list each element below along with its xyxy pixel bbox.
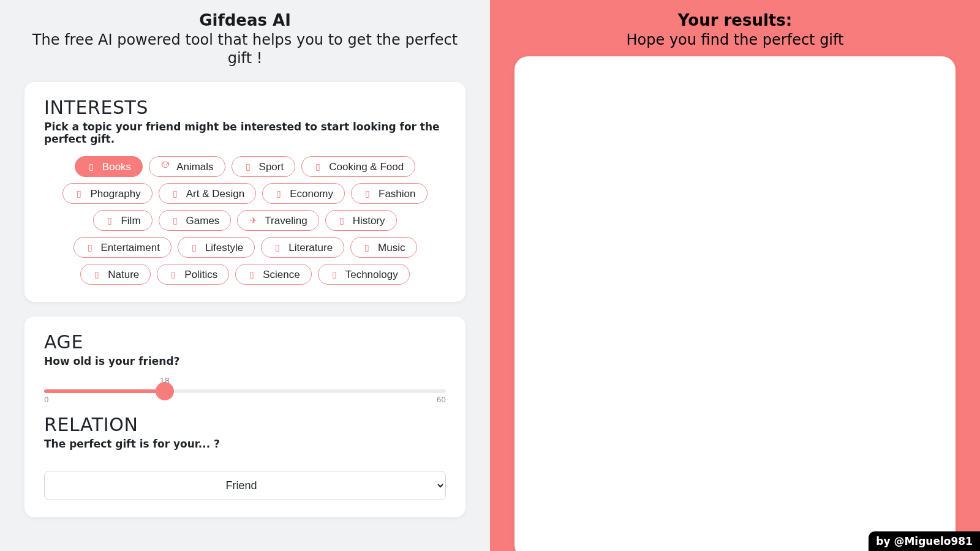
interest-chip-label: Entertaiment (101, 242, 160, 253)
age-slider-max: 60 (437, 395, 446, 404)
results-subtitle: Hope you find the perfect gift (514, 31, 956, 49)
svg-point-1 (167, 165, 167, 165)
relation-title: RELATION (44, 414, 446, 435)
interest-chip-label: Books (102, 162, 131, 172)
interest-chip-nature[interactable]: ▯Nature (80, 264, 151, 285)
age-title: AGE (44, 331, 446, 353)
books-icon: ▯ (86, 162, 96, 171)
interest-chip-label: Fashion (379, 189, 415, 199)
age-slider-track (44, 389, 446, 393)
fashion-icon: ▯ (363, 189, 372, 198)
interest-chip-label: Traveling (265, 216, 307, 226)
interest-chip-label: Art & Design (186, 189, 244, 199)
interest-chip-art-design[interactable]: ▯Art & Design (159, 183, 256, 204)
app-title: Gifdeas AI (24, 11, 466, 29)
nature-icon: ▯ (92, 270, 102, 279)
age-subtitle: How old is your friend? (44, 355, 446, 367)
credit-badge[interactable]: by @Miguelo981 (869, 531, 980, 551)
age-slider-thumb[interactable] (156, 382, 174, 400)
interest-chip-politics[interactable]: ▯Politics (157, 264, 229, 285)
interest-chip-books[interactable]: ▯Books (75, 156, 143, 177)
animals-icon (160, 161, 170, 172)
politics-icon: ▯ (168, 270, 178, 279)
svg-point-0 (164, 165, 165, 165)
age-slider-min: 0 (44, 395, 49, 404)
interest-chip-label: Cooking & Food (329, 162, 404, 172)
interest-chip-label: Technology (345, 269, 398, 280)
interest-chip-label: History (353, 216, 385, 226)
traveling-icon: ✈ (249, 216, 258, 225)
film-icon: ▯ (105, 216, 115, 225)
interest-chip-literature[interactable]: ▯Literature (261, 237, 344, 258)
interest-chip-label: Economy (290, 189, 333, 199)
cooking-icon: ▯ (313, 162, 323, 171)
interest-chip-label: Music (378, 242, 405, 253)
interest-chip-traveling[interactable]: ✈Traveling (237, 210, 318, 231)
relation-select[interactable]: Friend (44, 471, 446, 500)
sport-icon: ▯ (243, 162, 253, 171)
interest-chip-label: Literature (288, 242, 333, 253)
interest-chip-cooking-food[interactable]: ▯Cooking & Food (301, 156, 415, 177)
interest-chip-music[interactable]: ▯Music (350, 237, 417, 258)
entertainment-icon: ▯ (85, 243, 95, 252)
age-slider[interactable]: 18 0 60 (44, 378, 446, 393)
interest-chip-history[interactable]: ▯History (325, 210, 397, 231)
interests-title: INTERESTS (44, 97, 446, 118)
interests-subtitle: Pick a topic your friend might be intere… (44, 121, 446, 145)
credit-label: by @Miguelo981 (876, 535, 973, 547)
interest-chip-label: Politics (184, 269, 217, 280)
interest-chip-film[interactable]: ▯Film (93, 210, 152, 231)
interest-chip-label: Science (263, 269, 300, 280)
results-header: Your results: Hope you find the perfect … (514, 11, 956, 49)
age-slider-fill (44, 389, 165, 393)
interest-chip-games[interactable]: ▯Games (159, 210, 232, 231)
interest-chip-sport[interactable]: ▯Sport (232, 156, 296, 177)
left-pane: Gifdeas AI The free AI powered tool that… (0, 0, 490, 551)
results-card (514, 56, 956, 551)
interest-chip-animals[interactable]: Animals (149, 156, 225, 177)
literature-icon: ▯ (273, 243, 282, 252)
history-icon: ▯ (337, 216, 347, 225)
interest-chip-label: Sport (259, 162, 284, 172)
music-icon: ▯ (362, 243, 372, 252)
interest-chip-label: Animals (176, 162, 213, 172)
relation-subtitle: The perfect gift is for your... ? (44, 438, 446, 450)
photography-icon: ▯ (74, 189, 84, 198)
interests-card: INTERESTS Pick a topic your friend might… (24, 82, 466, 302)
interest-chip-label: Phography (90, 189, 140, 199)
interest-chip-fashion[interactable]: ▯Fashion (351, 183, 427, 204)
results-title: Your results: (514, 11, 956, 29)
economy-icon: ▯ (274, 189, 284, 198)
interest-chip-technology[interactable]: ▯Technology (318, 264, 410, 285)
interest-chip-label: Lifestyle (205, 242, 243, 253)
lifestyle-icon: ▯ (189, 243, 199, 252)
art-icon: ▯ (170, 189, 180, 198)
app-header: Gifdeas AI The free AI powered tool that… (24, 11, 466, 67)
science-icon: ▯ (247, 270, 257, 279)
age-relation-card: AGE How old is your friend? 18 0 60 RELA… (24, 317, 466, 517)
interest-chip-economy[interactable]: ▯Economy (262, 183, 345, 204)
interest-chip-label: Games (186, 216, 220, 226)
interest-chip-label: Film (121, 216, 140, 226)
interest-chip-lifestyle[interactable]: ▯Lifestyle (178, 237, 255, 258)
technology-icon: ▯ (330, 270, 339, 279)
interest-chip-science[interactable]: ▯Science (235, 264, 311, 285)
games-icon: ▯ (170, 216, 180, 225)
right-pane: Your results: Hope you find the perfect … (490, 0, 980, 551)
interest-chip-entertaiment[interactable]: ▯Entertaiment (74, 237, 172, 258)
interest-chip-phography[interactable]: ▯Phography (62, 183, 152, 204)
app-subtitle: The free AI powered tool that helps you … (24, 31, 466, 67)
interests-chip-container: ▯BooksAnimals▯Sport▯Cooking & Food▯Phogr… (44, 156, 446, 285)
interest-chip-label: Nature (108, 269, 139, 280)
